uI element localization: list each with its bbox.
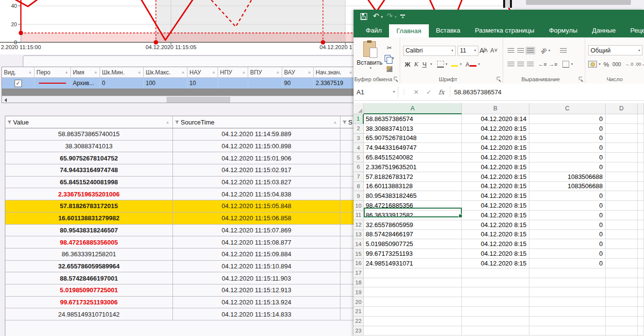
cell[interactable] xyxy=(606,124,638,134)
cell[interactable] xyxy=(638,287,644,297)
cell[interactable] xyxy=(638,317,644,326)
cell[interactable] xyxy=(529,326,606,336)
cell[interactable] xyxy=(462,278,529,288)
align-center-button[interactable] xyxy=(516,59,525,70)
cell[interactable] xyxy=(606,287,638,297)
row-header-7[interactable]: 7 xyxy=(354,172,364,182)
increase-indent-button[interactable]: →≡ xyxy=(548,59,559,70)
pen-column-header[interactable]: НПУ▲ xyxy=(218,67,248,78)
row-header-10[interactable]: 10 xyxy=(354,201,364,211)
paste-button[interactable]: Вставить ▾ xyxy=(356,41,383,76)
cell[interactable] xyxy=(606,230,638,240)
cell[interactable]: 0 xyxy=(529,230,606,240)
cell[interactable] xyxy=(638,249,644,259)
cell[interactable]: 04.12.2020 8:15 xyxy=(462,211,529,220)
italic-button[interactable]: К xyxy=(412,59,421,70)
cell[interactable] xyxy=(606,153,638,162)
cell[interactable] xyxy=(638,259,644,268)
merge-center-button[interactable]: ▾ xyxy=(562,59,573,70)
cell[interactable]: 04.12.2020 8:15 xyxy=(462,239,529,249)
cell[interactable]: 65.907526781048 xyxy=(364,134,462,143)
cell[interactable] xyxy=(364,287,462,297)
cell[interactable]: 88.57428466197 xyxy=(364,230,462,240)
pen-column-header[interactable]: Нач.знач.▲ xyxy=(314,67,355,78)
cell[interactable]: 0 xyxy=(529,259,606,268)
cell[interactable]: 0 xyxy=(529,134,606,143)
value-table-row[interactable]: 2.336751963520100604.12.2020 11:15:04.83… xyxy=(5,188,354,200)
cell[interactable] xyxy=(638,297,644,307)
fill-color-button[interactable]: ▾ xyxy=(451,59,462,70)
comma-style-button[interactable]: 000 xyxy=(612,59,621,70)
row-header-4[interactable]: 4 xyxy=(354,143,364,153)
cell[interactable] xyxy=(606,172,638,182)
increase-decimal-button[interactable]: ←.0 xyxy=(626,59,634,70)
value-table-row[interactable]: 80.9543831824650704.12.2020 11:15:07.869 xyxy=(5,225,354,237)
clipboard-dialog-launcher-icon[interactable] xyxy=(394,77,398,81)
cell[interactable]: 04.12.2020 8:15 xyxy=(462,230,529,240)
cell[interactable] xyxy=(638,172,644,182)
cell[interactable]: 57.81826783172 xyxy=(364,172,462,182)
number-format-select[interactable]: Общий▾ xyxy=(588,45,643,55)
value-table-row[interactable]: 65.9075267810475204.12.2020 11:15:01.906 xyxy=(5,152,354,164)
align-left-button[interactable] xyxy=(506,59,516,70)
cell[interactable] xyxy=(529,317,606,326)
cell[interactable]: 04.12.2020 8:15 xyxy=(462,162,529,172)
cell[interactable] xyxy=(638,143,644,153)
cell[interactable] xyxy=(529,287,606,297)
pen-column-header[interactable]: Перо▲ xyxy=(34,67,71,78)
cell[interactable]: 0 xyxy=(529,220,606,230)
font-color-button[interactable]: А▾ xyxy=(466,59,480,70)
cell[interactable]: 04.12.2020 8:15 xyxy=(462,124,529,134)
row-header-21[interactable]: 21 xyxy=(354,307,364,317)
bold-button[interactable]: Ж xyxy=(403,59,412,70)
cell[interactable]: 04.12.2020 8:14 xyxy=(462,114,529,124)
cell[interactable] xyxy=(462,287,529,297)
pen-visible-checkbox[interactable]: ✓ xyxy=(15,80,22,87)
tab-формулы[interactable]: Формулы xyxy=(542,23,585,37)
cell[interactable] xyxy=(606,268,638,278)
cell[interactable]: 04.12.2020 8:15 xyxy=(462,143,529,153)
cell[interactable] xyxy=(606,326,638,336)
cell[interactable]: 74.944331649747 xyxy=(364,143,462,153)
font-size-select[interactable]: 11▾ xyxy=(458,46,478,56)
cell[interactable]: 04.12.2020 8:15 xyxy=(462,134,529,143)
row-header-11[interactable]: 11 xyxy=(354,211,364,220)
horizontal-scrollbar-thumb[interactable] xyxy=(526,0,631,5)
align-top-button[interactable] xyxy=(506,45,516,56)
cell[interactable] xyxy=(529,268,606,278)
cell[interactable] xyxy=(638,230,644,240)
cell[interactable] xyxy=(606,249,638,259)
cell[interactable]: 5.019850907725 xyxy=(364,239,462,249)
format-painter-button[interactable] xyxy=(385,64,394,74)
cell[interactable] xyxy=(638,278,644,288)
cell[interactable]: 0 xyxy=(529,191,606,201)
cell[interactable] xyxy=(606,307,638,317)
cell[interactable] xyxy=(606,134,638,143)
value-table-row[interactable]: 99.6717325119300604.12.2020 11:15:13.924 xyxy=(5,297,354,309)
cell[interactable]: 65.84515240082 xyxy=(364,153,462,162)
cell[interactable]: 0 xyxy=(529,211,606,220)
cell[interactable]: 99.67173251193 xyxy=(364,249,462,259)
alignment-dialog-launcher-icon[interactable] xyxy=(579,77,583,81)
save-icon[interactable] xyxy=(360,13,367,20)
row-header-14[interactable]: 14 xyxy=(354,239,364,249)
cell[interactable] xyxy=(606,317,638,326)
cell[interactable] xyxy=(606,220,638,230)
customize-qat-icon[interactable]: ▾ xyxy=(400,15,405,19)
value-table-row[interactable]: 24.98514931071014204.12.2020 11:15:14.83… xyxy=(5,308,354,320)
percent-style-button[interactable]: % xyxy=(604,59,610,70)
tab-главная[interactable]: Главная xyxy=(389,24,428,37)
cell[interactable] xyxy=(364,278,462,288)
row-header-15[interactable]: 15 xyxy=(354,249,364,259)
cell[interactable] xyxy=(606,162,638,172)
value-table-row[interactable]: 57.8182678317201504.12.2020 11:15:05.848 xyxy=(5,200,354,212)
cell[interactable] xyxy=(638,326,644,336)
cell[interactable] xyxy=(606,297,638,307)
value-table-row[interactable]: 88.5742846619700104.12.2020 11:15:11.903 xyxy=(5,272,354,284)
copy-button[interactable]: ▾ xyxy=(385,53,394,64)
cell[interactable]: 58.86357386574 xyxy=(364,114,462,124)
cell[interactable]: 0 xyxy=(529,114,606,124)
cell[interactable]: 04.12.2020 8:15 xyxy=(462,182,529,192)
tab-файл[interactable]: Файл xyxy=(358,23,389,37)
column-header-d[interactable]: D xyxy=(606,103,638,114)
